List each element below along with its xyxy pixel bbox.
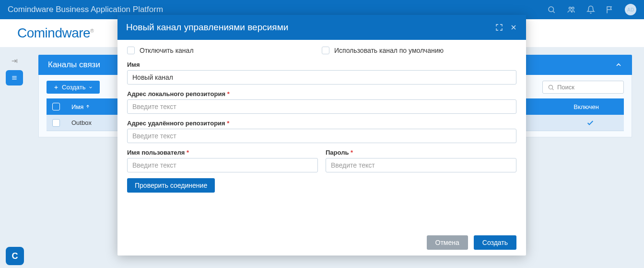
column-enabled[interactable]: Включен — [574, 103, 618, 110]
panel-collapse-icon[interactable] — [615, 61, 622, 69]
name-label: Имя — [127, 61, 516, 68]
disable-channel-checkbox[interactable]: Отключить канал — [127, 47, 322, 54]
username-label: Имя пользователя * — [127, 149, 318, 156]
row-checkbox[interactable] — [52, 119, 60, 127]
test-connection-button[interactable]: Проверить соединение — [127, 178, 215, 193]
users-icon[interactable] — [566, 5, 576, 14]
panel-title: Каналы связи — [48, 60, 100, 70]
sidebar-menu-icon[interactable] — [6, 70, 23, 85]
remote-repo-label: Адрес удалённого репозитория * — [127, 120, 516, 127]
svg-point-11 — [549, 85, 552, 89]
modal-body: Отключить канал Использовать канал по ум… — [117, 40, 526, 229]
search-icon[interactable] — [547, 5, 556, 14]
password-label: Пароль * — [326, 149, 516, 156]
check-icon — [586, 119, 618, 127]
svg-line-12 — [552, 88, 554, 90]
modal-header: Новый канал управлениями версиями — [117, 15, 526, 40]
cancel-button[interactable]: Отмена — [427, 235, 468, 250]
sidebar-collapse-icon[interactable] — [10, 58, 19, 64]
select-all-checkbox[interactable] — [52, 103, 60, 110]
svg-point-2 — [569, 7, 572, 10]
local-repo-field[interactable] — [127, 99, 516, 114]
name-field[interactable] — [127, 70, 516, 85]
modal: Новый канал управлениями версиями Отключ… — [117, 15, 526, 256]
close-icon[interactable] — [510, 24, 517, 31]
svg-point-3 — [572, 7, 574, 10]
column-name[interactable]: Имя — [71, 103, 90, 110]
create-modal-button[interactable]: Создать — [474, 235, 516, 250]
sidebar-app-icon[interactable]: C — [6, 247, 24, 265]
modal-title: Новый канал управлениями версиями — [126, 22, 288, 33]
local-repo-label: Адрес локального репозитория * — [127, 90, 516, 97]
search-input[interactable]: Поиск — [542, 81, 624, 94]
avatar[interactable]: AD — [625, 4, 636, 15]
app-title: Comindware Business Application Platform — [8, 5, 163, 14]
logo: Comindware® — [17, 25, 94, 41]
maximize-icon[interactable] — [495, 24, 503, 31]
modal-footer: Отмена Создать — [117, 229, 526, 256]
row-name: Outbox — [71, 119, 92, 126]
use-default-checkbox[interactable]: Использовать канал по умолчанию — [322, 47, 516, 54]
header-icons: AD — [547, 4, 636, 15]
bell-icon[interactable] — [586, 5, 595, 14]
sidebar — [0, 47, 29, 268]
flag-icon[interactable] — [606, 5, 614, 14]
remote-repo-field[interactable] — [127, 129, 516, 143]
svg-point-0 — [549, 7, 554, 12]
create-button[interactable]: Создать — [47, 81, 100, 94]
svg-line-1 — [553, 11, 554, 12]
username-field[interactable] — [127, 158, 318, 172]
password-field[interactable] — [326, 158, 516, 172]
